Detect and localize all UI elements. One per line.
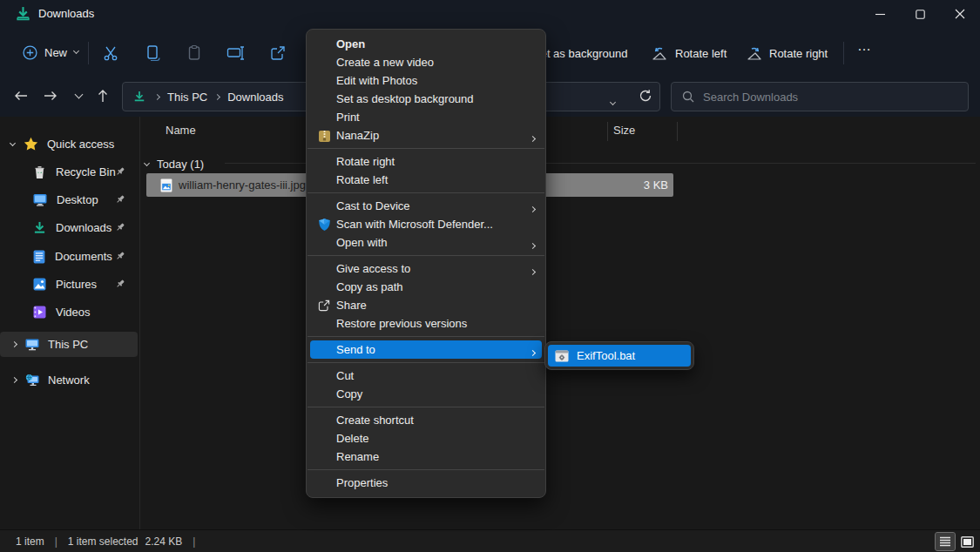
chevron-down-icon: [144, 159, 150, 165]
status-divider: |: [55, 535, 57, 548]
thumbnail-view-button[interactable]: [957, 533, 977, 550]
sidebar-item-documents[interactable]: Documents: [0, 244, 138, 269]
menu-item-open-with[interactable]: Open with: [307, 233, 545, 252]
sidebar-item-pictures[interactable]: Pictures: [0, 272, 138, 297]
details-view-button[interactable]: [936, 533, 955, 550]
menu-item-open[interactable]: Open: [307, 35, 545, 53]
chevron-right-icon: [151, 95, 164, 99]
rename-button[interactable]: [225, 42, 247, 64]
cut-icon: [102, 44, 119, 62]
rename-icon: [226, 45, 246, 61]
pictures-icon: [33, 278, 46, 291]
menu-item-cast-to-device[interactable]: Cast to Device: [307, 197, 545, 215]
menu-item-set-as-desktop-background[interactable]: Set as desktop background: [307, 90, 545, 108]
forward-icon: [44, 91, 57, 101]
new-button-label: New: [44, 46, 67, 59]
menu-item-print[interactable]: Print: [307, 108, 545, 126]
sidebar-item-videos[interactable]: Videos: [0, 300, 138, 325]
file-explorer-window: Downloads New: [0, 0, 980, 552]
menu-item-share[interactable]: Share: [307, 296, 545, 314]
navigation-pane: Quick access Recycle Bin Desktop D: [0, 117, 139, 529]
menu-separator: [308, 255, 544, 256]
chevron-down-icon: [73, 48, 79, 54]
file-list: Name Size Today (1) william-henry-gates-…: [140, 117, 980, 529]
cut-button[interactable]: [99, 42, 122, 64]
column-divider[interactable]: [677, 122, 678, 141]
submenu-arrow-icon: [531, 131, 535, 144]
share-button[interactable]: [267, 42, 289, 64]
downloads-icon: [16, 6, 30, 21]
maximize-button[interactable]: [900, 0, 940, 28]
menu-item-nanazip[interactable]: NanaZip: [307, 126, 545, 145]
menu-item-rotate-right[interactable]: Rotate right: [307, 152, 545, 171]
menu-item-rename[interactable]: Rename: [307, 448, 545, 466]
image-file-icon: [160, 178, 172, 192]
title-bar: Downloads: [0, 0, 980, 28]
copy-icon: [145, 44, 160, 62]
pin-icon: [115, 194, 125, 205]
desktop-icon: [33, 193, 47, 206]
more-options-button[interactable]: …: [857, 38, 872, 54]
submenu-item-exiftool-bat[interactable]: ExifTool.bat: [548, 345, 691, 367]
chevron-right-icon: [11, 377, 17, 383]
group-header-today[interactable]: Today (1): [145, 155, 204, 172]
menu-item-edit-with-photos[interactable]: Edit with Photos: [307, 71, 545, 90]
menu-item-restore-previous-versions[interactable]: Restore previous versions: [307, 314, 545, 333]
menu-item-create-shortcut[interactable]: Create shortcut: [307, 411, 545, 429]
copy-button[interactable]: [141, 42, 164, 64]
menu-item-cut[interactable]: Cut: [307, 367, 545, 385]
toolbar-divider: [843, 42, 844, 64]
sidebar-item-recycle-bin[interactable]: Recycle Bin: [0, 159, 138, 185]
details-view-icon: [939, 536, 951, 547]
address-dropdown-button[interactable]: [611, 94, 615, 107]
sidebar-item-desktop[interactable]: Desktop: [0, 187, 138, 212]
submenu-arrow-icon: [531, 201, 535, 214]
sidebar-item-downloads[interactable]: Downloads: [0, 215, 138, 240]
column-header-name[interactable]: Name: [166, 124, 196, 137]
submenu-arrow-icon: [531, 238, 535, 251]
downloads-icon: [123, 91, 151, 103]
close-button[interactable]: [940, 0, 980, 28]
sidebar-item-quick-access[interactable]: Quick access: [0, 131, 138, 157]
paste-icon: [186, 44, 202, 62]
menu-item-send-to[interactable]: Send to: [310, 340, 542, 359]
back-icon: [14, 91, 28, 101]
rotate-right-button[interactable]: Rotate right: [746, 41, 828, 65]
network-icon: [25, 374, 39, 387]
menu-item-properties[interactable]: Properties: [307, 474, 545, 492]
menu-item-give-access-to[interactable]: Give access to: [307, 259, 545, 278]
rotate-right-icon: [746, 45, 762, 61]
forward-button[interactable]: [37, 82, 64, 110]
sidebar-item-this-pc[interactable]: This PC: [0, 332, 138, 357]
menu-item-rotate-left[interactable]: Rotate left: [307, 171, 545, 189]
back-button[interactable]: [7, 82, 35, 110]
menu-item-delete[interactable]: Delete: [307, 429, 545, 448]
up-button[interactable]: [89, 82, 117, 110]
menu-item-copy[interactable]: Copy: [307, 385, 545, 403]
paste-button[interactable]: [183, 42, 206, 64]
up-icon: [98, 89, 108, 103]
sidebar-item-network[interactable]: Network: [0, 367, 138, 393]
pin-icon: [115, 222, 125, 232]
column-divider[interactable]: [607, 122, 608, 141]
search-input[interactable]: [703, 91, 938, 104]
thumbnail-view-icon: [961, 536, 974, 548]
minimize-button[interactable]: [860, 0, 900, 28]
window-title: Downloads: [38, 7, 94, 20]
menu-item-scan-with-microsoft-defender[interactable]: Scan with Microsoft Defender...: [307, 215, 545, 233]
menu-item-create-a-new-video[interactable]: Create a new video: [307, 53, 545, 71]
breadcrumb-downloads[interactable]: Downloads: [224, 91, 287, 104]
new-button[interactable]: New: [12, 37, 89, 67]
refresh-button[interactable]: [639, 89, 652, 103]
search-box[interactable]: [671, 82, 969, 111]
rotate-left-button[interactable]: Rotate left: [652, 41, 727, 65]
new-plus-icon: [23, 45, 37, 60]
menu-item-copy-as-path[interactable]: Copy as path: [307, 278, 545, 296]
status-selection-size: 2.24 KB: [145, 535, 183, 548]
search-icon: [682, 91, 694, 103]
breadcrumb-this-pc[interactable]: This PC: [164, 91, 211, 104]
videos-icon: [33, 306, 46, 319]
submenu-arrow-icon: [531, 345, 535, 358]
this-pc-icon: [25, 338, 39, 351]
column-header-size[interactable]: Size: [613, 124, 635, 137]
